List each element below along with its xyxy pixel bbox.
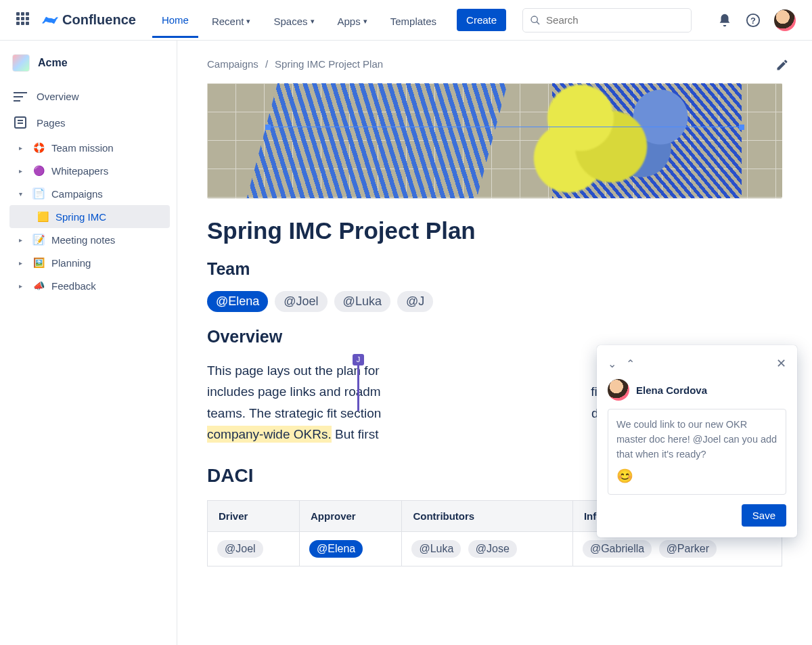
edit-icon[interactable] — [775, 58, 789, 74]
user-avatar[interactable] — [774, 9, 796, 31]
notes-icon: 📝 — [32, 233, 45, 246]
search-icon — [530, 15, 541, 26]
nav-spaces[interactable]: Spaces▾ — [264, 3, 323, 37]
mention-joel[interactable]: @Joel — [275, 291, 327, 312]
comment-next-icon[interactable]: ⌃ — [626, 357, 635, 370]
mention-elena[interactable]: @Elena — [309, 540, 363, 558]
page-content: Campaigns / Spring IMC Project Plan Spri… — [177, 41, 812, 645]
tree-item-spring-imc[interactable]: 🟨 Spring IMC — [9, 205, 170, 228]
chevron-down-icon: ▾ — [311, 17, 315, 26]
space-name: Acme — [38, 57, 68, 69]
hero-image — [207, 83, 782, 198]
page-title: Spring IMC Project Plan — [207, 217, 782, 244]
emoji-icon: 😊 — [616, 466, 777, 486]
search-input[interactable] — [546, 14, 684, 26]
document-icon: 📄 — [32, 187, 45, 200]
tree-item-team-mission[interactable]: ▸ 🛟 Team mission — [9, 136, 170, 159]
page-icon: 🟨 — [37, 210, 49, 223]
svg-text:?: ? — [750, 15, 756, 25]
sidebar-overview[interactable]: Overview — [7, 84, 170, 109]
mention-gabriella[interactable]: @Gabriella — [583, 540, 652, 558]
mention-luka[interactable]: @Luka — [334, 291, 390, 312]
tree-item-whitepapers[interactable]: ▸ 🟣 Whitepapers — [9, 159, 170, 182]
nav-home[interactable]: Home — [152, 2, 198, 38]
mention-joel[interactable]: @Joel — [217, 540, 263, 558]
daci-header-driver: Driver — [208, 501, 300, 532]
help-icon[interactable]: ? — [746, 13, 761, 28]
save-button[interactable]: Save — [742, 504, 786, 527]
chevron-right-icon: ▸ — [19, 259, 26, 267]
chevron-right-icon: ▸ — [19, 167, 26, 175]
collaborator-cursor — [357, 360, 359, 411]
svg-point-0 — [531, 16, 537, 22]
nav-templates[interactable]: Templates — [381, 3, 446, 37]
chevron-down-icon: ▾ — [246, 17, 250, 26]
team-heading: Team — [207, 259, 782, 279]
tree-item-planning[interactable]: ▸ 🖼️ Planning — [9, 251, 170, 274]
mention-parker[interactable]: @Parker — [659, 540, 717, 558]
search-field[interactable] — [522, 8, 692, 32]
tree-item-meeting-notes[interactable]: ▸ 📝 Meeting notes — [9, 228, 170, 251]
mention-luka[interactable]: @Luka — [411, 540, 461, 558]
svg-line-1 — [537, 22, 539, 24]
comment-input[interactable]: We could link to our new OKR master doc … — [608, 409, 786, 495]
daci-header-contributors: Contributors — [402, 501, 573, 532]
overview-icon — [14, 91, 27, 102]
chevron-right-icon: ▸ — [19, 144, 26, 152]
daci-header-approver: Approver — [300, 501, 402, 532]
top-navigation: Confluence Home Recent▾ Spaces▾ Apps▾ Te… — [0, 0, 812, 41]
nav-recent[interactable]: Recent▾ — [202, 3, 261, 37]
comment-popover: ⌄ ⌃ ✕ Elena Cordova We could link to our… — [597, 345, 797, 537]
chevron-right-icon: ▸ — [19, 236, 26, 244]
sidebar-pages[interactable]: Pages — [7, 109, 170, 136]
breadcrumb-current[interactable]: Spring IMC Project Plan — [275, 58, 383, 70]
close-icon[interactable]: ✕ — [776, 356, 786, 371]
highlighted-text: company-wide OKRs. — [207, 426, 332, 443]
breadcrumb: Campaigns / Spring IMC Project Plan — [207, 58, 782, 70]
notifications-icon[interactable] — [717, 13, 732, 28]
tree-item-feedback[interactable]: ▸ 📣 Feedback — [9, 274, 170, 297]
image-icon: 🖼️ — [32, 257, 45, 269]
mention-elena[interactable]: @Elena — [207, 291, 268, 312]
chevron-down-icon: ▾ — [19, 190, 26, 198]
breadcrumb-parent[interactable]: Campaigns — [207, 58, 258, 70]
space-header[interactable]: Acme — [7, 51, 170, 84]
chevron-down-icon: ▾ — [363, 17, 367, 26]
create-button[interactable]: Create — [457, 9, 506, 31]
comment-author-avatar — [608, 379, 629, 401]
team-mentions: @Elena @Joel @Luka @J — [207, 291, 782, 312]
cube-icon: 🟣 — [32, 164, 45, 177]
target-icon: 🛟 — [32, 141, 45, 154]
nav-apps[interactable]: Apps▾ — [328, 3, 377, 37]
confluence-logo[interactable]: Confluence — [42, 12, 136, 28]
mention-jose[interactable]: @Jose — [468, 540, 517, 558]
overview-heading: Overview — [207, 327, 782, 347]
comment-author-name: Elena Cordova — [636, 384, 707, 396]
mention-partial[interactable]: @J — [397, 291, 433, 312]
space-icon — [12, 54, 30, 72]
sidebar: Acme Overview Pages ▸ 🛟 Team mission ▸ 🟣… — [0, 41, 177, 645]
app-name: Confluence — [62, 12, 136, 28]
chevron-right-icon: ▸ — [19, 282, 26, 290]
confluence-icon — [42, 12, 58, 28]
comment-prev-icon[interactable]: ⌄ — [608, 357, 616, 370]
megaphone-icon: 📣 — [32, 280, 45, 292]
pages-icon — [14, 116, 27, 129]
tree-item-campaigns[interactable]: ▾ 📄 Campaigns — [9, 182, 170, 205]
app-switcher-icon[interactable] — [16, 12, 32, 28]
